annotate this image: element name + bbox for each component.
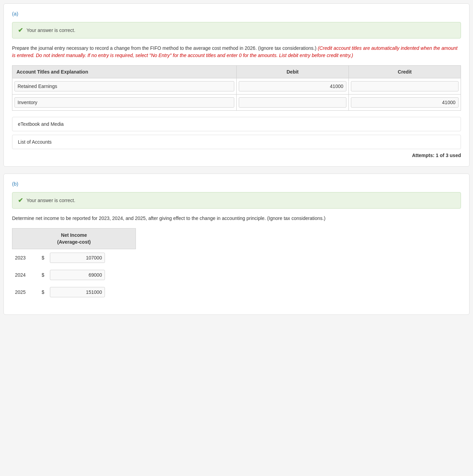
year-cell-2: 2025	[12, 284, 37, 301]
part-a-instructions-plain: Prepare the journal entry necessary to r…	[12, 45, 316, 51]
part-a-section: (a) ✔ Your answer is correct. Prepare th…	[3, 3, 470, 167]
credit-input-1[interactable]	[351, 97, 459, 108]
dollar-cell-1: $	[37, 266, 47, 284]
net-income-header: Net Income (Average-cost)	[12, 229, 136, 249]
list-accounts-label: List of Accounts	[18, 139, 52, 145]
year-cell-1: 2024	[12, 266, 37, 284]
net-income-row: 2024 $	[12, 266, 136, 284]
net-income-input-1[interactable]	[50, 270, 105, 280]
debit-input-1[interactable]	[239, 97, 346, 108]
value-cell-0	[47, 249, 136, 267]
list-of-accounts-button[interactable]: List of Accounts	[12, 135, 461, 149]
year-cell-0: 2023	[12, 249, 37, 267]
account-input-0[interactable]	[14, 81, 234, 91]
dollar-cell-2: $	[37, 284, 47, 301]
credit-input-0[interactable]	[351, 81, 459, 91]
check-icon-b: ✔	[18, 197, 23, 204]
net-income-table: Net Income (Average-cost) 2023 $ 2024 $ …	[12, 228, 136, 301]
part-b-label: (b)	[12, 181, 461, 187]
etextbook-and-media-button[interactable]: eTextbook and Media	[12, 117, 461, 131]
part-a-instructions: Prepare the journal entry necessary to r…	[12, 45, 461, 59]
value-cell-2	[47, 284, 136, 301]
part-a-label: (a)	[12, 11, 461, 16]
part-b-success-banner: ✔ Your answer is correct.	[12, 192, 461, 209]
journal-table-row	[12, 95, 461, 111]
net-income-row: 2025 $	[12, 284, 136, 301]
attempts-text: Attempts: 1 of 3 used	[12, 153, 461, 158]
col-debit-header: Debit	[237, 66, 349, 78]
journal-table-row	[12, 78, 461, 95]
account-input-1[interactable]	[14, 97, 234, 108]
part-a-success-banner: ✔ Your answer is correct.	[12, 22, 461, 38]
check-icon-a: ✔	[18, 26, 23, 34]
part-b-section: (b) ✔ Your answer is correct. Determine …	[3, 174, 470, 315]
etextbook-label: eTextbook and Media	[18, 121, 64, 127]
part-b-instructions: Determine net income to be reported for …	[12, 215, 461, 222]
debit-input-0[interactable]	[239, 81, 346, 91]
value-cell-1	[47, 266, 136, 284]
net-income-input-0[interactable]	[50, 253, 105, 263]
dollar-cell-0: $	[37, 249, 47, 267]
part-b-success-text: Your answer is correct.	[26, 198, 75, 203]
part-a-success-text: Your answer is correct.	[26, 27, 75, 33]
journal-entry-table: Account Titles and Explanation Debit Cre…	[12, 65, 461, 111]
col-account-header: Account Titles and Explanation	[12, 66, 237, 78]
net-income-input-2[interactable]	[50, 287, 105, 297]
net-income-row: 2023 $	[12, 249, 136, 267]
col-credit-header: Credit	[349, 66, 461, 78]
